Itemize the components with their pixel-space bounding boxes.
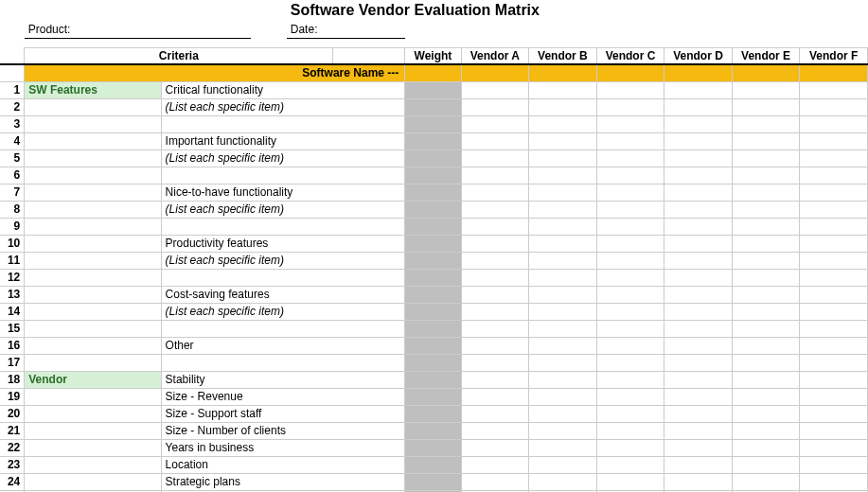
criteria-cell[interactable]: Years in business — [161, 439, 405, 456]
vendor-cell[interactable] — [461, 439, 529, 456]
criteria-cell[interactable]: (List each specific item) — [161, 201, 405, 218]
vendor-cell[interactable] — [461, 252, 529, 269]
vendor-cell[interactable] — [596, 303, 664, 320]
weight-cell[interactable] — [405, 81, 461, 98]
vendor-cell[interactable] — [800, 184, 868, 201]
vendor-cell[interactable] — [529, 132, 597, 149]
vendor-cell[interactable] — [664, 235, 733, 252]
vendor-cell[interactable] — [664, 371, 733, 388]
vendor-cell[interactable] — [800, 456, 868, 473]
vendor-cell[interactable] — [461, 218, 529, 235]
vendor-cell[interactable] — [732, 303, 800, 320]
vendor-cell[interactable] — [461, 473, 529, 490]
criteria-cell[interactable] — [161, 320, 405, 337]
vendor-cell[interactable] — [596, 269, 664, 286]
vendor-cell[interactable] — [461, 132, 529, 149]
vendor-cell[interactable] — [664, 354, 733, 371]
vendor-cell[interactable] — [732, 473, 800, 490]
vendor-cell[interactable] — [732, 337, 800, 354]
vendor-cell[interactable] — [529, 81, 597, 98]
vendor-cell[interactable] — [461, 286, 529, 303]
category-cell[interactable] — [25, 473, 161, 490]
category-cell[interactable] — [25, 354, 161, 371]
vendor-cell[interactable] — [596, 388, 664, 405]
vendor-cell[interactable] — [596, 235, 664, 252]
vendor-cell[interactable] — [732, 354, 800, 371]
vendor-cell[interactable] — [529, 252, 597, 269]
weight-cell[interactable] — [405, 337, 461, 354]
category-cell[interactable] — [25, 405, 161, 422]
category-cell[interactable] — [25, 252, 161, 269]
category-cell[interactable] — [25, 184, 161, 201]
weight-cell[interactable] — [405, 149, 461, 167]
vendor-cell[interactable] — [461, 422, 529, 439]
vendor-cell[interactable] — [732, 286, 800, 303]
vendor-cell[interactable] — [461, 269, 529, 286]
vendor-cell[interactable] — [596, 473, 664, 490]
vendor-cell[interactable] — [732, 405, 800, 422]
vendor-cell[interactable] — [732, 81, 800, 98]
vendor-cell[interactable] — [529, 337, 597, 354]
category-cell[interactable]: Vendor — [25, 371, 161, 388]
criteria-cell[interactable]: Size - Support staff — [161, 405, 405, 422]
software-vendor-c-cell[interactable] — [596, 64, 664, 81]
vendor-cell[interactable] — [800, 405, 868, 422]
weight-cell[interactable] — [405, 184, 461, 201]
software-vendor-a-cell[interactable] — [461, 64, 529, 81]
vendor-cell[interactable] — [732, 184, 800, 201]
vendor-cell[interactable] — [461, 456, 529, 473]
vendor-cell[interactable] — [732, 167, 800, 184]
product-input[interactable] — [161, 21, 251, 38]
vendor-cell[interactable] — [732, 371, 800, 388]
category-cell[interactable] — [25, 337, 161, 354]
software-vendor-d-cell[interactable] — [664, 64, 733, 81]
vendor-cell[interactable] — [529, 473, 597, 490]
weight-cell[interactable] — [405, 405, 461, 422]
criteria-cell[interactable]: Nice-to-have functionality — [161, 184, 405, 201]
criteria-cell[interactable]: Size - Number of clients — [161, 422, 405, 439]
category-cell[interactable] — [25, 218, 161, 235]
vendor-cell[interactable] — [664, 252, 733, 269]
criteria-cell[interactable]: Critical functionality — [161, 81, 405, 98]
vendor-cell[interactable] — [596, 354, 664, 371]
vendor-cell[interactable] — [664, 184, 733, 201]
vendor-cell[interactable] — [800, 132, 868, 149]
vendor-cell[interactable] — [596, 422, 664, 439]
vendor-cell[interactable] — [461, 184, 529, 201]
weight-cell[interactable] — [405, 252, 461, 269]
vendor-cell[interactable] — [529, 235, 597, 252]
vendor-cell[interactable] — [732, 132, 800, 149]
weight-cell[interactable] — [405, 132, 461, 149]
category-cell[interactable] — [25, 132, 161, 149]
category-cell[interactable] — [25, 201, 161, 218]
vendor-cell[interactable] — [664, 337, 733, 354]
software-vendor-f-cell[interactable] — [800, 64, 868, 81]
category-cell[interactable] — [25, 456, 161, 473]
criteria-cell[interactable] — [161, 354, 405, 371]
vendor-cell[interactable] — [596, 184, 664, 201]
vendor-cell[interactable] — [800, 235, 868, 252]
weight-cell[interactable] — [405, 303, 461, 320]
vendor-cell[interactable] — [529, 201, 597, 218]
vendor-cell[interactable] — [800, 337, 868, 354]
criteria-cell[interactable]: (List each specific item) — [161, 303, 405, 320]
vendor-cell[interactable] — [529, 354, 597, 371]
vendor-cell[interactable] — [800, 439, 868, 456]
weight-cell[interactable] — [405, 167, 461, 184]
weight-cell[interactable] — [405, 473, 461, 490]
criteria-cell[interactable]: (List each specific item) — [161, 252, 405, 269]
vendor-cell[interactable] — [529, 388, 597, 405]
vendor-cell[interactable] — [529, 149, 597, 167]
vendor-cell[interactable] — [664, 132, 733, 149]
vendor-cell[interactable] — [664, 149, 733, 167]
vendor-cell[interactable] — [800, 354, 868, 371]
vendor-cell[interactable] — [800, 218, 868, 235]
category-cell[interactable] — [25, 149, 161, 167]
category-cell[interactable] — [25, 303, 161, 320]
criteria-cell[interactable]: Productivity features — [161, 235, 405, 252]
vendor-cell[interactable] — [732, 252, 800, 269]
vendor-cell[interactable] — [664, 320, 733, 337]
vendor-cell[interactable] — [664, 115, 733, 132]
vendor-cell[interactable] — [664, 388, 733, 405]
vendor-cell[interactable] — [596, 371, 664, 388]
